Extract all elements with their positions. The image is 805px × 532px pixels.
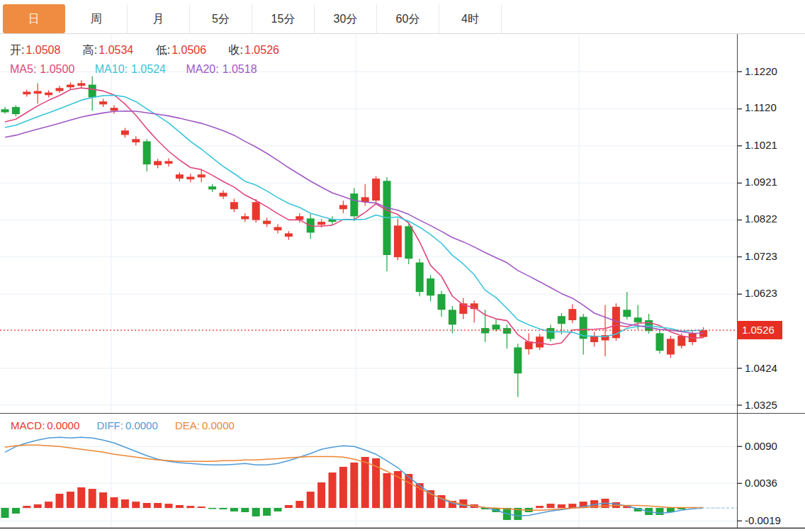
candle-body [634,317,642,322]
legend-close: 收:1.0526 [229,44,279,56]
macd-bar [165,504,173,508]
period-tabbar: 日 周 月 5分 15分 30分 60分 4时 [0,0,805,34]
candle-body [77,83,85,86]
macd-bar [350,463,358,508]
ma20-line [5,111,704,334]
candle-body [154,161,162,165]
macd-bar [383,473,391,508]
tab-5min[interactable]: 5分 [190,4,252,33]
candle-body [350,193,358,216]
candle-body [317,222,325,225]
price-axis-label: 1.0921 [745,176,777,188]
legend-ma20: MA20:1.0518 [186,63,257,75]
macd-bar [317,482,325,508]
macd-bar [656,508,664,515]
macd-axis-label: 0.0036 [745,477,777,489]
candle-body [274,227,282,231]
candle-body [568,309,576,320]
tab-15min[interactable]: 15分 [252,4,315,33]
candle-body [547,328,555,339]
candle-body [514,347,522,373]
candle-body [372,179,380,200]
price-axis-label: 1.0723 [745,250,777,263]
candle-body [12,107,20,114]
legend-low: 低:1.0506 [156,44,206,56]
tab-day[interactable]: 日 [3,4,65,33]
candle-body [45,93,52,96]
candle-body [405,226,412,259]
macd-bar [45,502,52,508]
price-axis-label: 1.1021 [745,139,777,152]
candle-body [67,85,74,88]
candle-body [111,108,118,111]
macd-bar [77,487,85,508]
macd-bar [285,505,293,508]
tab-4hour[interactable]: 4时 [439,4,502,33]
legend-ma5: MA5:1.0500 [10,63,74,75]
tab-30min[interactable]: 30分 [315,4,377,33]
ohlc-legend: 开:1.0508 高:1.0534 低:1.0506 收:1.0526 [10,43,298,58]
macd-bar [252,508,260,516]
legend-high: 高:1.0534 [83,44,133,56]
candle-body [241,216,249,219]
candle-body [99,101,107,104]
macd-bar [89,489,96,508]
price-axis-label: 1.1220 [745,65,777,78]
macd-bar [132,502,140,508]
candle-body [536,336,544,347]
candle-body [121,130,129,135]
candle-body [89,85,96,98]
candle-body [186,177,194,180]
chart-canvas[interactable] [0,0,805,532]
tab-week[interactable]: 周 [65,4,128,33]
candle-body [416,263,424,293]
macd-bar [111,497,118,508]
macd-bar [295,501,303,508]
macd-bar [1,508,9,518]
candle-body [471,303,478,309]
candle-body [34,91,42,94]
macd-axis-label: -0.0019 [745,514,781,527]
candle-body [198,174,206,177]
macd-bar [274,508,282,511]
candle-body [558,316,565,324]
macd-bar [558,504,565,508]
price-axis-label: 1.0325 [745,399,777,412]
macd-bar [220,508,227,509]
legend-open: 开:1.0508 [10,44,60,56]
macd-bar [241,508,249,512]
macd-histogram [1,457,686,520]
macd-bar [198,506,206,508]
candle-body [656,333,664,351]
candle-body [623,310,631,317]
candle-body [252,202,260,220]
macd-bar [263,508,271,516]
tab-month[interactable]: 月 [128,4,190,33]
price-axis-label: 1.0822 [745,213,777,225]
ma-legend: MA5:1.0500 MA10:1.0524 MA20:1.0518 [10,63,274,76]
panel-borders [0,34,805,528]
candle-body [427,278,434,295]
candle-body [165,161,173,164]
macd-legend: MACD:0.0000 DIFF:0.0000 DEA:0.0000 [11,419,249,431]
candle-body [339,205,347,210]
candle-body [492,324,500,329]
macd-bar [23,506,30,508]
tab-60min[interactable]: 60分 [377,4,439,33]
candle-body [394,225,402,257]
candle-body [143,142,151,165]
price-axis-label: 1.0424 [745,362,777,375]
macd-bar [536,506,544,508]
legend-macd-value: MACD:0.0000 [11,419,79,431]
candle-body [208,186,216,189]
macd-bar [67,492,74,508]
candle-body [23,92,30,95]
macd-bar [154,503,162,508]
price-axis-label: 1.1120 [745,101,777,114]
macd-bar [547,504,555,508]
candle-body [220,193,227,196]
macd-bar [56,494,64,508]
legend-dea-value: DEA:0.0000 [175,419,235,431]
macd-bar [677,508,685,509]
candle-body [176,174,184,179]
